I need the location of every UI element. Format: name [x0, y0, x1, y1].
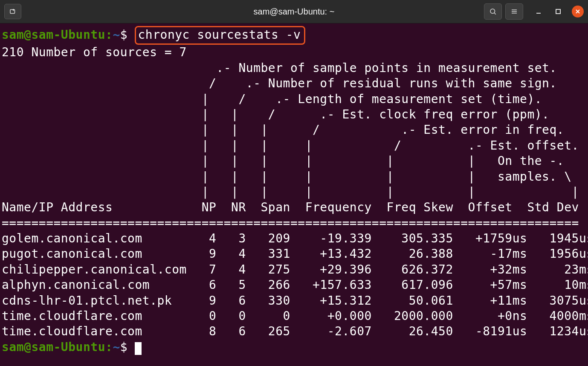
terminal-area: sam@sam-Ubuntu:~$ chronyc sourcestats -v… [0, 23, 588, 366]
right-controls [484, 3, 584, 20]
command-highlight: chronyc sourcestats -v [135, 26, 305, 45]
search-button[interactable] [484, 3, 502, 20]
prompt-userhost: sam@sam-Ubuntu [2, 28, 105, 42]
table-header: Name/IP Address NP NR Span Frequency Fre… [2, 200, 579, 214]
legend-line: | | | / .- Est. error in freq. [2, 123, 564, 137]
prompt-sep: : [105, 28, 113, 42]
new-tab-icon [9, 8, 17, 15]
legend-line: | / .- Length of measurement set (time). [2, 92, 542, 106]
legend-line: | | | | | | On the -. [2, 154, 564, 168]
svg-point-3 [490, 9, 495, 14]
prompt-dollar-2: $ [120, 340, 127, 354]
menu-button[interactable] [505, 3, 523, 20]
table-rows: golem.canonical.com 4 3 209 -19.339 305.… [2, 231, 588, 338]
new-tab-button[interactable] [4, 4, 21, 19]
terminal[interactable]: sam@sam-Ubuntu:~$ chronyc sourcestats -v… [0, 23, 588, 366]
legend-line: / .- Number of residual runs with same s… [2, 76, 557, 90]
legend-line: | | / .- Est. clock freq error (ppm). [2, 107, 549, 121]
search-icon [489, 8, 497, 15]
minimize-button[interactable] [533, 6, 545, 17]
maximize-icon [555, 9, 561, 14]
cursor [135, 342, 142, 355]
prompt-path: ~ [113, 28, 120, 42]
sources-line: 210 Number of sources = 7 [2, 45, 187, 59]
maximize-button[interactable] [552, 6, 564, 17]
minimize-icon [536, 9, 542, 14]
command-text: chronyc sourcestats -v [138, 28, 301, 42]
close-icon [575, 9, 581, 14]
window-title: sam@sam-Ubuntu: ~ [254, 7, 335, 17]
hamburger-icon [510, 8, 518, 15]
prompt-userhost-2: sam@sam-Ubuntu [2, 340, 105, 354]
legend-line: | | | | | | samples. \ [2, 170, 572, 184]
prompt-dollar: $ [120, 28, 127, 42]
legend-line: | | | | / .- Est. offset. [2, 138, 579, 153]
svg-line-4 [494, 13, 495, 14]
legend-line: .- Number of sample points in measuremen… [2, 61, 557, 75]
svg-rect-9 [556, 9, 560, 14]
prompt-path-2: ~ [113, 340, 120, 354]
legend-line: | | | | | | | [2, 185, 579, 199]
titlebar: sam@sam-Ubuntu: ~ [0, 0, 588, 23]
prompt-sep-2: : [105, 340, 113, 354]
table-divider: ========================================… [2, 216, 579, 230]
close-button[interactable] [572, 6, 584, 17]
window-controls [533, 6, 584, 17]
